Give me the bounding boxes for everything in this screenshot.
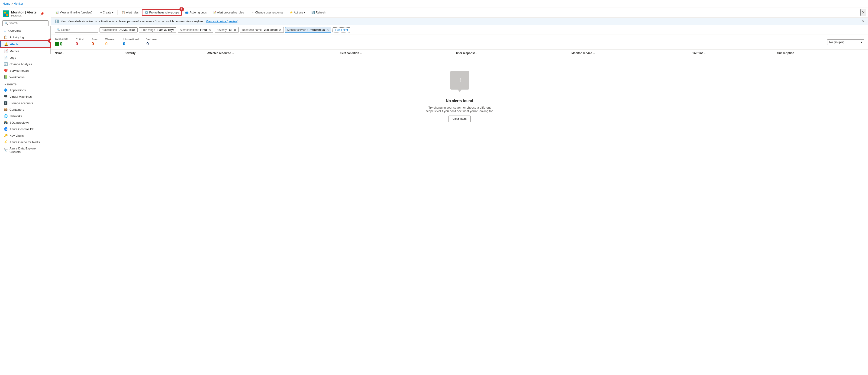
nav-key-vaults[interactable]: 🔑 Key Vaults <box>0 132 51 139</box>
svg-rect-0 <box>4 11 6 13</box>
nav-workbooks[interactable]: 📗 Workbooks <box>0 74 51 80</box>
svg-rect-1 <box>6 11 8 13</box>
nav-azure-cache-redis[interactable]: ⚡ Azure Cache for Redis <box>0 139 51 145</box>
user-response-sort-icon: ↑↓ <box>476 52 478 55</box>
overview-icon: ⊞ <box>4 29 6 32</box>
remove-resource-filter[interactable]: ✕ <box>279 28 282 32</box>
actions-button[interactable]: ⚡ Actions ▾ <box>287 9 308 15</box>
annotation-1: 1 <box>48 38 51 43</box>
col-name[interactable]: Name ↑↓ <box>51 50 121 57</box>
refresh-button[interactable]: 🔄 Refresh <box>309 9 328 15</box>
alert-condition-sort-icon: ↑↓ <box>360 52 362 55</box>
banner-close-button[interactable]: ✕ <box>862 20 864 23</box>
metrics-icon: 📈 <box>4 49 8 53</box>
col-severity[interactable]: Severity ↑↓ <box>121 50 204 57</box>
prometheus-rule-groups-button[interactable]: ⚙️ Prometheus rule groups <box>142 9 182 16</box>
alert-condition-filter[interactable]: Alert condition : Fired ✕ <box>178 27 213 33</box>
add-filter-icon: + <box>335 28 336 32</box>
search-box[interactable]: 🔍 <box>55 27 98 33</box>
change-user-response-button[interactable]: ✓ Change user response <box>249 9 286 15</box>
logs-icon: 📄 <box>4 56 8 59</box>
top-bar: Home > Monitor <box>0 0 868 7</box>
empty-icon: ! <box>451 71 469 90</box>
total-alerts-item: Total alerts ! 0 <box>55 38 68 46</box>
error-label: Error <box>92 38 98 41</box>
col-fire-time[interactable]: Fire time ↑↓ <box>688 50 774 57</box>
monitor-service-sort-icon: ↑↓ <box>593 52 595 55</box>
nav-metrics[interactable]: 📈 Metrics <box>0 48 51 54</box>
nav-azure-data-explorer[interactable]: 🔭 Azure Data Explorer Clusters <box>0 145 51 155</box>
sidebar-app-title: Monitor | Alerts <box>11 10 36 14</box>
nav-activity-log[interactable]: 📋 Activity log <box>0 34 51 40</box>
containers-icon: 📦 <box>4 108 8 112</box>
verbose-label: Verbose <box>146 38 157 41</box>
nav-logs[interactable]: 📄 Logs <box>0 54 51 61</box>
nav-containers[interactable]: 📦 Containers <box>0 106 51 113</box>
nav-storage-accounts[interactable]: 🗄️ Storage accounts <box>0 100 51 106</box>
subscription-filter[interactable]: Subscription : ACME Telco <box>99 27 137 32</box>
table-header-row: Name ↑↓ Severity ↑↓ Affected resource ↑↓ <box>51 50 868 57</box>
informational-item: Informational 0 <box>123 38 139 46</box>
table-container: Name ↑↓ Severity ↑↓ Affected resource ↑↓ <box>51 50 868 375</box>
vm-icon: 🖥️ <box>4 95 8 98</box>
sidebar-search-input[interactable] <box>9 22 46 25</box>
nav-applications[interactable]: 🔷 Applications <box>0 87 51 93</box>
nav-service-health[interactable]: ❤️ Service health <box>0 67 51 74</box>
col-monitor-service[interactable]: Monitor service ↑↓ <box>568 50 688 57</box>
change-analysis-icon: 🔄 <box>4 62 8 66</box>
col-alert-condition[interactable]: Alert condition ↑↓ <box>336 50 453 57</box>
alert-processing-rules-button[interactable]: 📝 Alert processing rules <box>210 9 246 15</box>
sql-icon: 🗃️ <box>4 121 8 124</box>
nav-networks[interactable]: 🌐 Networks <box>0 113 51 119</box>
total-alerts-icon: ! <box>55 42 59 46</box>
nav-azure-cosmos-db[interactable]: 🌀 Azure Cosmos DB <box>0 126 51 132</box>
alerts-icon: 🔔 <box>4 42 8 46</box>
sidebar-search-box[interactable]: 🔍 <box>2 21 49 26</box>
remove-monitor-service-filter[interactable]: ✕ <box>326 28 329 32</box>
breadcrumb-home[interactable]: Home <box>3 2 10 5</box>
grouping-dropdown[interactable]: No grouping ▾ <box>827 39 864 45</box>
cosmos-icon: 🌀 <box>4 127 8 131</box>
nav-virtual-machines[interactable]: 🖥️ Virtual Machines <box>0 93 51 100</box>
col-user-response[interactable]: User response ↑↓ <box>453 50 568 57</box>
nav-change-analysis[interactable]: 🔄 Change Analysis <box>0 61 51 67</box>
total-alerts-count: 0 <box>60 41 62 46</box>
add-filter-button[interactable]: + Add filter <box>333 27 350 32</box>
activity-log-icon: 📋 <box>4 35 8 39</box>
remove-alert-condition-filter[interactable]: ✕ <box>208 28 211 32</box>
pin-icon[interactable]: 📌 <box>40 12 44 15</box>
view-timeline-button[interactable]: 📊 View as timeline (preview) <box>53 9 95 15</box>
time-range-filter[interactable]: Time range : Past 30 days <box>139 27 177 32</box>
prometheus-rule-groups-wrapper: ⚙️ Prometheus rule groups 2 <box>142 9 182 16</box>
alert-rules-button[interactable]: 📋 Alert rules <box>119 9 141 15</box>
banner-link[interactable]: View as timeline (preview) <box>206 20 238 23</box>
affected-resource-sort-icon: ↑↓ <box>232 52 234 55</box>
banner-text: New: View alerts visualized on a timelin… <box>61 20 204 23</box>
svg-rect-3 <box>6 14 8 16</box>
nav-alerts[interactable]: 🔔 Alerts 1 <box>0 40 51 48</box>
more-icon[interactable]: ··· <box>45 12 48 15</box>
plus-icon: + <box>100 11 102 14</box>
resource-name-filter[interactable]: Resource name : 2 selected ✕ <box>240 27 284 33</box>
nav-sql-preview[interactable]: 🗃️ SQL (preview) <box>0 119 51 126</box>
create-dropdown-icon: ▾ <box>112 11 114 14</box>
monitor-service-filter[interactable]: Monitor service : Prometheus ✕ <box>285 27 331 33</box>
nav-overview[interactable]: ⊞ Overview <box>0 27 51 34</box>
clear-filters-button[interactable]: Clear filters <box>448 116 470 122</box>
remove-severity-filter[interactable]: ✕ <box>234 28 237 32</box>
verbose-item: Verbose 0 <box>146 38 157 46</box>
create-button[interactable]: + Create ▾ <box>98 9 116 15</box>
timeline-icon: 📊 <box>56 11 59 14</box>
close-button[interactable]: ✕ <box>860 9 866 16</box>
filter-bar: 🔍 Subscription : ACME Telco Time range :… <box>51 25 868 35</box>
refresh-icon: 🔄 <box>311 11 315 14</box>
severity-filter[interactable]: Severity : all ✕ <box>215 27 239 33</box>
breadcrumb-current[interactable]: Monitor <box>14 2 23 5</box>
col-affected-resource[interactable]: Affected resource ↑↓ <box>204 50 336 57</box>
name-sort-icon: ↑↓ <box>63 52 65 55</box>
search-input[interactable] <box>61 28 96 32</box>
informational-count: 0 <box>123 41 125 46</box>
action-groups-button[interactable]: 👥 Action groups <box>183 9 209 15</box>
empty-description: Try changing your search or choose a dif… <box>425 106 494 113</box>
search-icon: 🔍 <box>4 22 8 25</box>
